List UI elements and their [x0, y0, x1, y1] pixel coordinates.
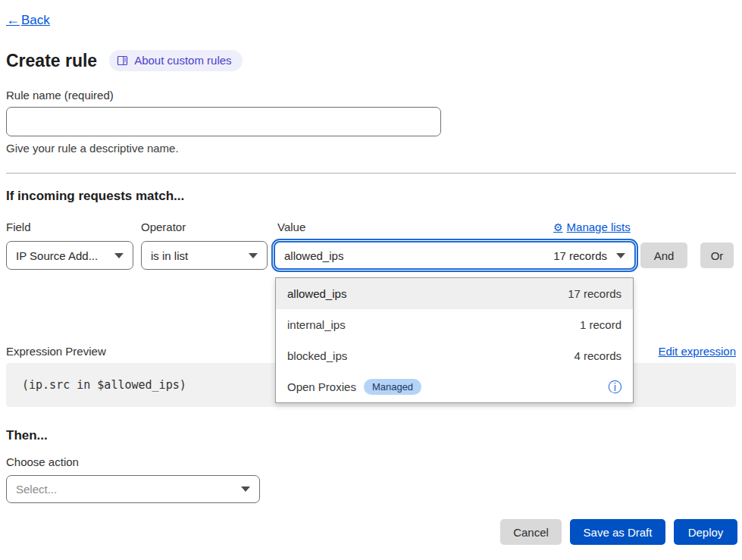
expression-code: (ip.src in $allowed_ips)	[6, 378, 186, 392]
about-badge-label: About custom rules	[134, 54, 231, 67]
list-item-name: allowed_ips	[287, 287, 568, 300]
or-button[interactable]: Or	[700, 242, 734, 268]
action-select[interactable]: Select...	[6, 475, 260, 503]
and-button[interactable]: And	[640, 242, 687, 268]
value-select-records: 17 records	[553, 249, 607, 262]
back-link-label: Back	[21, 13, 50, 28]
deploy-button[interactable]: Deploy	[674, 519, 737, 545]
title-row: Create rule About custom rules	[6, 50, 243, 71]
chevron-down-icon	[249, 253, 258, 258]
manage-lists-link[interactable]: ⚙ Manage lists	[553, 221, 631, 233]
gear-icon: ⚙	[553, 221, 563, 233]
edit-expression-link[interactable]: Edit expression	[658, 345, 736, 358]
create-rule-page: ← Back Create rule About custom rules Ru…	[0, 0, 742, 560]
save-as-draft-button[interactable]: Save as Draft	[570, 519, 665, 545]
match-section-heading: If incoming requests match...	[6, 189, 184, 204]
value-select-value: allowed_ips	[284, 249, 553, 262]
action-select-placeholder: Select...	[16, 483, 235, 496]
list-item-allowed-ips[interactable]: allowed_ips 17 records	[276, 278, 633, 309]
manage-lists-label: Manage lists	[567, 221, 631, 233]
chevron-down-icon	[616, 253, 625, 258]
list-item-open-proxies[interactable]: Open Proxies Managed ⓘ	[276, 371, 633, 402]
list-item-name: Open Proxies	[287, 380, 356, 393]
page-title: Create rule	[6, 51, 97, 71]
operator-select[interactable]: is in list	[141, 241, 268, 270]
chevron-down-icon	[114, 253, 124, 258]
book-icon	[117, 55, 128, 66]
list-item-name: blocked_ips	[287, 349, 574, 362]
back-arrow-icon: ←	[6, 12, 20, 28]
chevron-down-icon	[241, 486, 250, 492]
value-column-label: Value	[277, 221, 305, 233]
field-select-value: IP Source Add...	[16, 249, 108, 262]
cancel-button[interactable]: Cancel	[500, 519, 562, 545]
managed-badge: Managed	[364, 379, 421, 395]
field-select[interactable]: IP Source Add...	[6, 241, 133, 270]
value-dropdown-menu: allowed_ips 17 records internal_ips 1 re…	[275, 277, 634, 403]
list-item-internal-ips[interactable]: internal_ips 1 record	[276, 309, 633, 340]
operator-column-label: Operator	[141, 221, 186, 233]
list-item-name: internal_ips	[287, 318, 580, 331]
rule-name-helper-text: Give your rule a descriptive name.	[6, 142, 179, 155]
about-custom-rules-link[interactable]: About custom rules	[109, 50, 242, 71]
list-item-record-count: 4 records	[574, 349, 621, 362]
then-section-heading: Then...	[6, 428, 48, 443]
expression-preview-label: Expression Preview	[6, 345, 106, 358]
rule-name-input[interactable]	[6, 107, 441, 136]
list-item-record-count: 1 record	[580, 318, 621, 331]
operator-select-value: is in list	[151, 249, 243, 262]
back-link[interactable]: ← Back	[6, 12, 50, 28]
rule-name-label: Rule name (required)	[6, 89, 114, 102]
info-icon[interactable]: ⓘ	[608, 380, 621, 394]
choose-action-label: Choose action	[6, 455, 79, 468]
list-item-record-count: 17 records	[568, 287, 621, 300]
list-item-blocked-ips[interactable]: blocked_ips 4 records	[276, 340, 633, 371]
section-divider	[6, 173, 736, 174]
value-select[interactable]: allowed_ips 17 records	[274, 241, 636, 270]
field-column-label: Field	[6, 221, 31, 233]
